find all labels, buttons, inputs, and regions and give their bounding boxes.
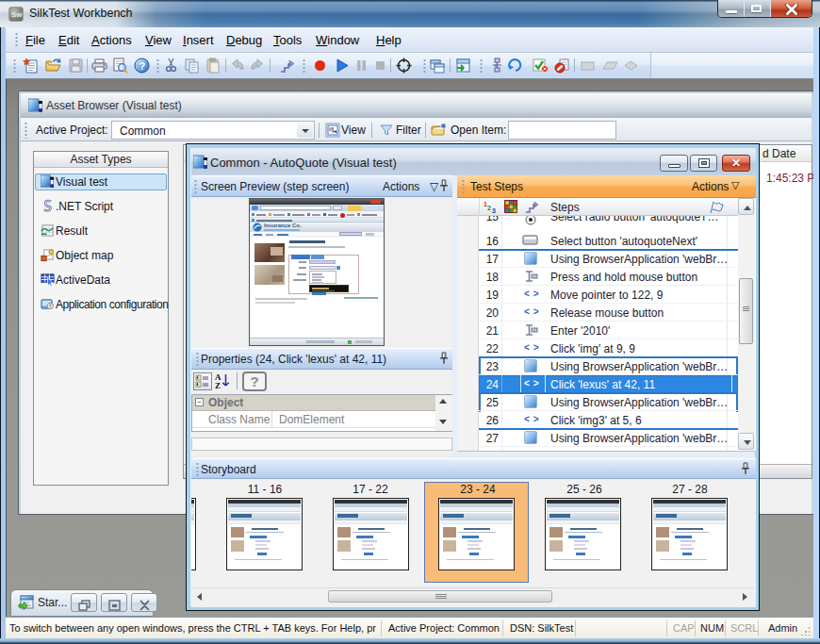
svg-text:3: 3 — [492, 207, 496, 214]
svg-text:Z: Z — [215, 381, 221, 389]
svg-text:?: ? — [139, 60, 146, 72]
svg-text:2: 2 — [487, 205, 491, 211]
